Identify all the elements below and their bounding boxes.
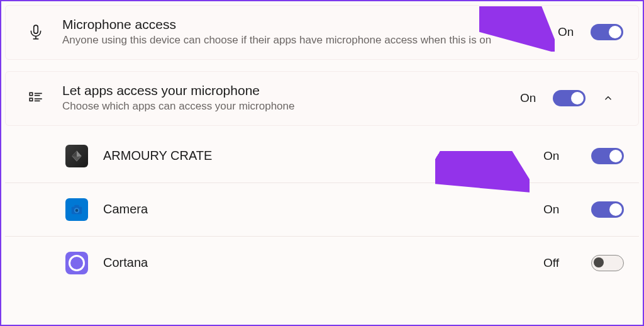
microphone-access-title: Microphone access (62, 17, 558, 32)
chevron-up-icon[interactable] (593, 93, 623, 104)
app-list: ARMOURY CRATE On Camera On (5, 130, 639, 289)
microphone-access-status: On (558, 25, 583, 39)
microphone-access-text: Microphone access Anyone using this devi… (62, 17, 558, 48)
app-name-label: Cortana (103, 256, 528, 270)
app-status-label: On (543, 203, 569, 216)
svg-marker-11 (72, 151, 77, 157)
microphone-access-row[interactable]: Microphone access Anyone using this devi… (5, 5, 639, 60)
microphone-icon (21, 24, 51, 40)
app-name-label: Camera (103, 202, 528, 216)
svg-rect-3 (30, 93, 32, 96)
apps-access-title: Let apps access your microphone (62, 83, 520, 98)
apps-access-subtitle: Choose which apps can access your microp… (62, 99, 520, 114)
app-icon-armoury (65, 145, 88, 167)
apps-access-toggle[interactable] (553, 90, 586, 106)
app-toggle-armoury[interactable] (591, 148, 624, 164)
app-icon-cortana (65, 252, 88, 274)
svg-rect-0 (34, 26, 38, 34)
microphone-access-toggle[interactable] (591, 24, 623, 40)
app-name-label: ARMOURY CRATE (103, 149, 528, 163)
app-icon-camera (65, 198, 88, 221)
app-status-label: On (543, 149, 569, 163)
app-row-cortana: Cortana Off (5, 237, 639, 289)
svg-marker-10 (77, 151, 81, 157)
app-row-armoury-crate: ARMOURY CRATE On (5, 130, 639, 183)
list-icon (21, 90, 51, 106)
apps-access-status: On (520, 91, 545, 105)
microphone-access-subtitle: Anyone using this device can choose if t… (62, 33, 558, 48)
app-toggle-camera[interactable] (591, 201, 624, 218)
svg-rect-4 (30, 98, 32, 101)
svg-rect-15 (74, 205, 79, 208)
app-row-camera: Camera On (5, 183, 639, 237)
app-toggle-cortana[interactable] (591, 255, 624, 271)
apps-access-text: Let apps access your microphone Choose w… (62, 83, 520, 114)
settings-panel: Microphone access Anyone using this devi… (5, 5, 639, 321)
svg-point-14 (75, 209, 79, 212)
apps-access-row[interactable]: Let apps access your microphone Choose w… (5, 71, 639, 126)
app-status-label: Off (543, 256, 569, 270)
